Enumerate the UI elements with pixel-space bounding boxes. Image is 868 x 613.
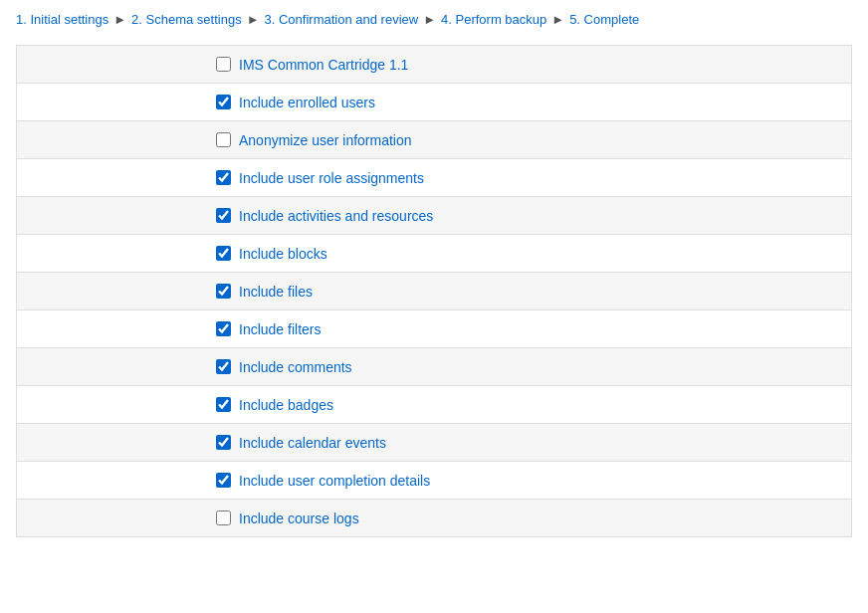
setting-label-filters[interactable]: Include filters [216, 321, 321, 337]
breadcrumb-step-4[interactable]: 4. Perform backup [441, 12, 546, 27]
setting-row-ims: IMS Common Cartridge 1.1 [17, 46, 851, 84]
setting-checkbox-blocks[interactable] [216, 246, 231, 261]
setting-label-blocks[interactable]: Include blocks [216, 246, 327, 262]
settings-list: IMS Common Cartridge 1.1Include enrolled… [16, 45, 852, 537]
breadcrumb-sep-2: ► [247, 12, 260, 27]
setting-label-badges[interactable]: Include badges [216, 397, 333, 413]
breadcrumb-step-2[interactable]: 2. Schema settings [131, 12, 242, 27]
breadcrumb-sep-4: ► [551, 12, 564, 27]
setting-checkbox-activities[interactable] [216, 208, 231, 223]
setting-label-calendar[interactable]: Include calendar events [216, 435, 386, 451]
setting-text-anonymize: Anonymize user information [239, 132, 412, 148]
setting-label-completion[interactable]: Include user completion details [216, 473, 430, 489]
setting-checkbox-filters[interactable] [216, 321, 231, 336]
setting-checkbox-comments[interactable] [216, 359, 231, 374]
setting-label-anonymize[interactable]: Anonymize user information [216, 132, 412, 148]
setting-text-ims: IMS Common Cartridge 1.1 [239, 57, 408, 73]
setting-text-badges: Include badges [239, 397, 333, 413]
setting-text-course_logs: Include course logs [239, 511, 359, 526]
setting-row-completion: Include user completion details [17, 462, 851, 500]
breadcrumb-sep-3: ► [423, 12, 436, 27]
setting-checkbox-course_logs[interactable] [216, 511, 231, 525]
setting-checkbox-badges[interactable] [216, 397, 231, 412]
setting-label-comments[interactable]: Include comments [216, 359, 352, 375]
setting-text-filters: Include filters [239, 321, 321, 337]
setting-label-activities[interactable]: Include activities and resources [216, 208, 433, 224]
setting-checkbox-ims[interactable] [216, 57, 231, 72]
setting-checkbox-enrolled_users[interactable] [216, 95, 231, 109]
setting-label-user_roles[interactable]: Include user role assignments [216, 170, 424, 186]
breadcrumb: 1. Initial settings ► 2. Schema settings… [16, 12, 852, 27]
setting-label-course_logs[interactable]: Include course logs [216, 511, 359, 526]
breadcrumb-sep-1: ► [113, 12, 126, 27]
setting-text-user_roles: Include user role assignments [239, 170, 424, 186]
setting-checkbox-calendar[interactable] [216, 435, 231, 450]
setting-text-comments: Include comments [239, 359, 352, 375]
setting-label-ims[interactable]: IMS Common Cartridge 1.1 [216, 57, 408, 73]
setting-row-files: Include files [17, 273, 851, 310]
breadcrumb-step-5[interactable]: 5. Complete [569, 12, 639, 27]
setting-row-anonymize: Anonymize user information [17, 121, 851, 159]
setting-text-files: Include files [239, 284, 313, 300]
setting-row-blocks: Include blocks [17, 235, 851, 273]
setting-text-completion: Include user completion details [239, 473, 430, 489]
setting-row-enrolled_users: Include enrolled users [17, 84, 851, 121]
setting-row-comments: Include comments [17, 348, 851, 386]
setting-text-enrolled_users: Include enrolled users [239, 95, 375, 110]
setting-checkbox-files[interactable] [216, 284, 231, 299]
setting-label-enrolled_users[interactable]: Include enrolled users [216, 95, 375, 110]
setting-text-calendar: Include calendar events [239, 435, 386, 451]
setting-checkbox-anonymize[interactable] [216, 132, 231, 147]
setting-row-badges: Include badges [17, 386, 851, 424]
setting-row-course_logs: Include course logs [17, 500, 851, 537]
setting-row-filters: Include filters [17, 310, 851, 348]
setting-row-user_roles: Include user role assignments [17, 159, 851, 197]
setting-row-activities: Include activities and resources [17, 197, 851, 235]
breadcrumb-step-1[interactable]: 1. Initial settings [16, 12, 108, 27]
breadcrumb-step-3[interactable]: 3. Confirmation and review [265, 12, 419, 27]
setting-checkbox-user_roles[interactable] [216, 170, 231, 185]
setting-checkbox-completion[interactable] [216, 473, 231, 488]
setting-row-calendar: Include calendar events [17, 424, 851, 462]
setting-text-blocks: Include blocks [239, 246, 327, 262]
setting-label-files[interactable]: Include files [216, 284, 313, 300]
setting-text-activities: Include activities and resources [239, 208, 433, 224]
